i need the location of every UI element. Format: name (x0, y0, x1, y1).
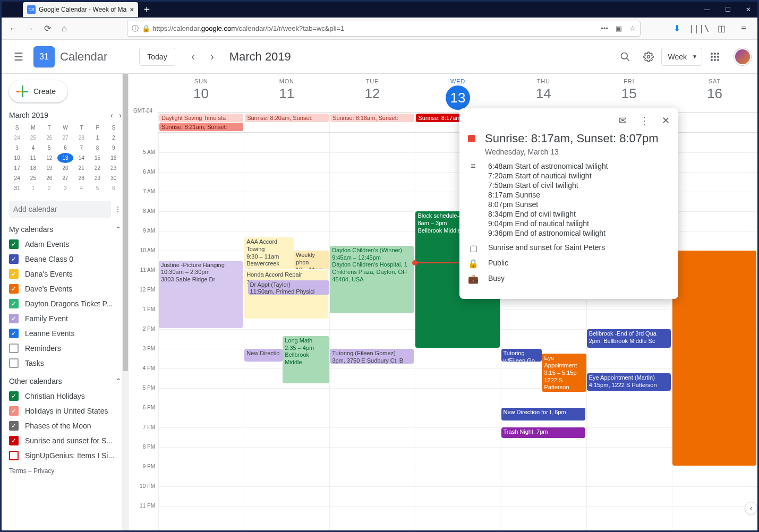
calendar-item[interactable]: ✓Phases of the Moon (9, 418, 122, 433)
calendar-item[interactable]: Tasks (9, 356, 122, 371)
day-column[interactable]: Justine -Picture Hanging10:30am – 2:30pm… (158, 133, 244, 530)
calendar-checkbox[interactable]: ✓ (9, 329, 19, 338)
calendar-event[interactable] (672, 251, 756, 466)
mini-date[interactable]: 12 (41, 153, 57, 163)
calendar-checkbox[interactable] (9, 358, 19, 368)
calendar-event[interactable]: Tutoring w/Eileen Go3pm, 3750 E (501, 349, 542, 362)
allday-event[interactable]: Sunrise: 8:21am, Sunset: (159, 123, 243, 131)
chevron-up-icon[interactable]: ⌃ (115, 377, 122, 385)
browser-menu-icon[interactable]: ≡ (736, 21, 751, 36)
mini-date[interactable]: 2 (106, 133, 122, 143)
calendar-item[interactable]: ✓Leanne Events (9, 326, 122, 341)
mini-date[interactable]: 11 (25, 153, 41, 163)
calendar-checkbox[interactable]: ✓ (9, 391, 19, 401)
calendar-event[interactable]: New Directio (244, 349, 283, 362)
calendar-item[interactable]: ✓Dave's Events (9, 281, 122, 296)
side-panel-collapse-button[interactable]: ‹ (745, 502, 757, 514)
today-button[interactable]: Today (139, 48, 175, 66)
account-avatar[interactable] (734, 48, 751, 65)
mini-date[interactable]: 16 (106, 153, 122, 163)
create-button[interactable]: Create (9, 80, 67, 102)
mini-date[interactable]: 2 (41, 183, 57, 193)
mini-date[interactable]: 3 (9, 143, 25, 153)
mini-date[interactable]: 21 (73, 163, 89, 173)
mini-date[interactable]: 25 (25, 173, 41, 183)
window-minimize-icon[interactable]: — (704, 6, 710, 13)
google-apps-icon[interactable] (704, 46, 726, 67)
sidebar-toggle-icon[interactable]: ◫ (714, 21, 729, 36)
mini-date[interactable]: 25 (25, 133, 41, 143)
mini-date[interactable]: 6 (106, 183, 122, 193)
day-header[interactable]: SAT16 (672, 74, 757, 112)
mini-date[interactable]: 14 (73, 153, 89, 163)
mini-date[interactable]: 6 (57, 143, 73, 153)
calendar-checkbox[interactable]: ✓ (9, 421, 19, 431)
url-bar[interactable]: ⓘ 🔒 https://calendar.google.com/calendar… (127, 21, 641, 37)
day-column[interactable] (672, 133, 757, 530)
mini-date[interactable]: 3 (57, 183, 73, 193)
calendar-event[interactable]: Tutoring (Eileen Gomez)3pm, 3750 E Sudbu… (330, 349, 414, 364)
calendar-checkbox[interactable]: ✓ (9, 239, 19, 249)
calendar-checkbox[interactable]: ✓ (9, 436, 19, 445)
calendar-checkbox[interactable]: ✓ (9, 284, 19, 294)
calendar-checkbox[interactable]: ✓ (9, 254, 19, 264)
calendar-item[interactable]: ✓Sunrise and sunset for S... (9, 433, 122, 448)
calendar-event[interactable]: Long Math2:35 – 4pmBellbrook Middle (283, 336, 329, 383)
calendar-event[interactable]: New Direction for t, 6pm (501, 408, 585, 421)
day-header[interactable]: THU14 (501, 74, 586, 112)
new-tab-button[interactable]: + (138, 4, 155, 16)
mini-date[interactable]: 1 (89, 133, 105, 143)
tab-close-icon[interactable]: × (130, 5, 134, 14)
calendar-checkbox[interactable]: ✓ (9, 406, 19, 416)
reader-icon[interactable]: ▣ (616, 24, 622, 32)
page-info-icon[interactable]: ⓘ (132, 24, 139, 33)
email-icon[interactable]: ✉ (619, 115, 627, 126)
library-icon[interactable]: |||\ (692, 21, 706, 36)
my-calendars-heading[interactable]: My calendars (9, 225, 53, 234)
mini-date[interactable]: 28 (73, 173, 89, 183)
sidebar-scrollbar[interactable] (122, 74, 129, 530)
browser-tab[interactable]: 13 Google Calendar - Week of Ma × (23, 2, 138, 17)
add-calendar-input[interactable] (9, 201, 111, 218)
hamburger-icon[interactable]: ☰ (8, 46, 29, 67)
settings-gear-icon[interactable] (638, 46, 659, 67)
mini-date[interactable]: 17 (9, 163, 25, 173)
mini-date[interactable]: 26 (41, 173, 57, 183)
calendar-event[interactable]: Dr Appt (Taylor)11:50am, Primed Physici (248, 280, 330, 295)
mini-date[interactable]: 20 (57, 163, 73, 173)
day-header[interactable]: SUN10 (158, 74, 244, 112)
mini-date[interactable]: 30 (106, 173, 122, 183)
nav-home-icon[interactable]: ⌂ (57, 21, 72, 36)
calendar-event[interactable]: Dayton Children's (Winner)9:45am – 12:45… (330, 246, 414, 314)
allday-event[interactable]: Sunrise: 8:20am, Sunset: (245, 114, 329, 122)
other-calendars-heading[interactable]: Other calendars (9, 377, 62, 385)
calendar-checkbox[interactable]: ✓ (9, 269, 19, 279)
mini-date[interactable]: 28 (73, 133, 89, 143)
mini-date[interactable]: 5 (41, 143, 57, 153)
mini-date[interactable]: 15 (89, 153, 105, 163)
calendar-checkbox[interactable]: ✓ (9, 299, 19, 308)
calendar-event[interactable]: Bellbrook -End of 3rd Qua2pm, Bellbrook … (587, 329, 671, 348)
allday-cell[interactable]: Sunrise: 8:18am, Sunset: (329, 113, 415, 132)
page-actions-icon[interactable]: ••• (601, 24, 608, 32)
day-header[interactable]: FRI15 (586, 74, 672, 112)
footer-links[interactable]: Terms – Privacy (9, 467, 122, 475)
options-icon[interactable]: ⋮ (639, 115, 649, 126)
mini-date[interactable]: 19 (41, 163, 57, 173)
nav-reload-icon[interactable]: ⟳ (40, 21, 55, 36)
nav-back-icon[interactable]: ← (6, 21, 21, 36)
day-column[interactable]: AAA Accord Towing9:30 – 11amBeavercreek … (244, 133, 329, 530)
mini-date[interactable]: 10 (9, 153, 25, 163)
mini-date[interactable]: 27 (57, 173, 73, 183)
mini-date[interactable]: 29 (89, 173, 105, 183)
calendar-item[interactable]: ✓Holidays in United States (9, 404, 122, 418)
close-icon[interactable]: ✕ (662, 115, 670, 126)
mini-date[interactable]: 23 (106, 163, 122, 173)
calendar-event[interactable]: Trash Night, 7pm (501, 427, 585, 438)
calendar-event[interactable]: Eye Appointment (Martin)4:15pm, 1222 S P… (587, 373, 671, 391)
mini-date[interactable]: 5 (89, 183, 105, 193)
downloads-icon[interactable]: ⬇ (669, 21, 684, 36)
calendar-event[interactable]: Weekly phon10 – 11am (294, 251, 329, 269)
add-calendar-menu-icon[interactable]: ⋮ (114, 205, 122, 213)
prev-week-button[interactable]: ‹ (184, 47, 203, 66)
